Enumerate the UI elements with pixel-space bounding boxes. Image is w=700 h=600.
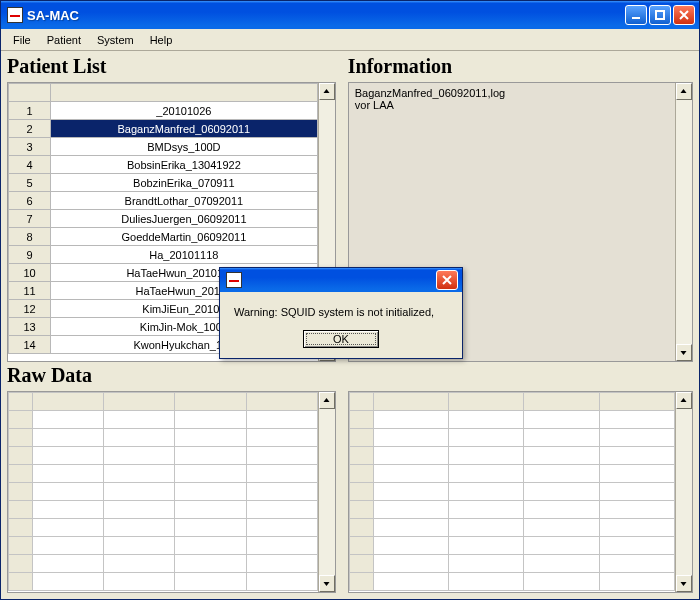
raw-right-scrollbar[interactable]	[675, 392, 692, 592]
scroll-track[interactable]	[676, 409, 692, 575]
scroll-down-icon[interactable]	[676, 575, 692, 592]
table-row[interactable]	[9, 483, 318, 501]
ok-button[interactable]: OK	[303, 330, 379, 348]
row-number: 14	[9, 336, 51, 354]
table-row[interactable]	[9, 447, 318, 465]
table-row[interactable]: 8GoeddeMartin_06092011	[9, 228, 318, 246]
scroll-track[interactable]	[676, 100, 692, 344]
menu-patient[interactable]: Patient	[39, 32, 89, 48]
table-row[interactable]	[9, 555, 318, 573]
row-number: 7	[9, 210, 51, 228]
row-number: 13	[9, 318, 51, 336]
patient-name-cell: _20101026	[51, 102, 318, 120]
window-title: SA-MAC	[27, 8, 625, 23]
raw-data-right	[348, 391, 693, 593]
table-row[interactable]: 2BaganzManfred_06092011	[9, 120, 318, 138]
table-row[interactable]	[349, 501, 674, 519]
patient-name-cell: Ha_20101118	[51, 246, 318, 264]
raw-left-scrollbar[interactable]	[318, 392, 335, 592]
table-row[interactable]: 6BrandtLothar_07092011	[9, 192, 318, 210]
raw-data-right-table[interactable]	[349, 392, 675, 591]
raw-data-left	[7, 391, 336, 593]
table-row[interactable]	[9, 573, 318, 591]
table-row[interactable]: 3BMDsys_100D	[9, 138, 318, 156]
row-number: 1	[9, 102, 51, 120]
svg-rect-0	[632, 17, 640, 19]
table-row[interactable]	[349, 519, 674, 537]
row-number: 5	[9, 174, 51, 192]
scroll-down-icon[interactable]	[676, 344, 692, 361]
patient-name-cell: BMDsys_100D	[51, 138, 318, 156]
row-number: 9	[9, 246, 51, 264]
table-row[interactable]	[349, 465, 674, 483]
dialog-message: Warning: SQUID system is not initialized…	[230, 306, 452, 330]
svg-rect-1	[656, 11, 664, 19]
table-row[interactable]	[349, 429, 674, 447]
patient-name-cell: BrandtLothar_07092011	[51, 192, 318, 210]
table-row[interactable]	[349, 411, 674, 429]
information-title: Information	[348, 55, 693, 80]
table-row[interactable]	[349, 555, 674, 573]
row-number: 8	[9, 228, 51, 246]
patient-name-cell: BobzinErika_070911	[51, 174, 318, 192]
window-controls	[625, 5, 695, 25]
scroll-up-icon[interactable]	[676, 83, 692, 100]
app-icon	[226, 272, 242, 288]
row-number: 12	[9, 300, 51, 318]
menu-system[interactable]: System	[89, 32, 142, 48]
minimize-button[interactable]	[625, 5, 647, 25]
patient-list-title: Patient List	[7, 55, 336, 80]
table-row[interactable]	[9, 411, 318, 429]
table-row[interactable]	[349, 573, 674, 591]
close-button[interactable]	[673, 5, 695, 25]
menu-help[interactable]: Help	[142, 32, 181, 48]
scroll-down-icon[interactable]	[319, 575, 335, 592]
patient-name-cell: BobsinErika_13041922	[51, 156, 318, 174]
row-number: 2	[9, 120, 51, 138]
row-number: 3	[9, 138, 51, 156]
menubar: File Patient System Help	[1, 29, 699, 51]
table-row[interactable]	[9, 537, 318, 555]
table-row[interactable]	[349, 483, 674, 501]
raw-data-left-table[interactable]	[8, 392, 318, 591]
table-row[interactable]	[349, 447, 674, 465]
titlebar: SA-MAC	[1, 1, 699, 29]
table-row[interactable]	[9, 465, 318, 483]
dialog-titlebar[interactable]	[220, 268, 462, 292]
dialog-close-button[interactable]	[436, 270, 458, 290]
table-row[interactable]	[349, 537, 674, 555]
main-window: SA-MAC File Patient System Help Patient …	[0, 0, 700, 600]
warning-dialog: Warning: SQUID system is not initialized…	[219, 267, 463, 359]
table-row[interactable]: 5BobzinErika_070911	[9, 174, 318, 192]
maximize-button[interactable]	[649, 5, 671, 25]
row-number: 10	[9, 264, 51, 282]
row-number: 4	[9, 156, 51, 174]
table-row[interactable]	[9, 501, 318, 519]
scroll-up-icon[interactable]	[319, 83, 335, 100]
table-row[interactable]	[9, 429, 318, 447]
table-row[interactable]	[9, 519, 318, 537]
table-row[interactable]: 4BobsinErika_13041922	[9, 156, 318, 174]
scroll-track[interactable]	[319, 409, 335, 575]
menu-file[interactable]: File	[5, 32, 39, 48]
information-scrollbar[interactable]	[675, 83, 692, 361]
scroll-up-icon[interactable]	[676, 392, 692, 409]
table-row[interactable]: 9Ha_20101118	[9, 246, 318, 264]
app-icon	[7, 7, 23, 23]
scroll-up-icon[interactable]	[319, 392, 335, 409]
patient-name-cell: DuliesJuergen_06092011	[51, 210, 318, 228]
row-number: 11	[9, 282, 51, 300]
raw-data-title: Raw Data	[7, 364, 693, 389]
row-number: 6	[9, 192, 51, 210]
table-row[interactable]: 7DuliesJuergen_06092011	[9, 210, 318, 228]
patient-name-cell: GoeddeMartin_06092011	[51, 228, 318, 246]
patient-name-cell: BaganzManfred_06092011	[51, 120, 318, 138]
table-row[interactable]: 1_20101026	[9, 102, 318, 120]
